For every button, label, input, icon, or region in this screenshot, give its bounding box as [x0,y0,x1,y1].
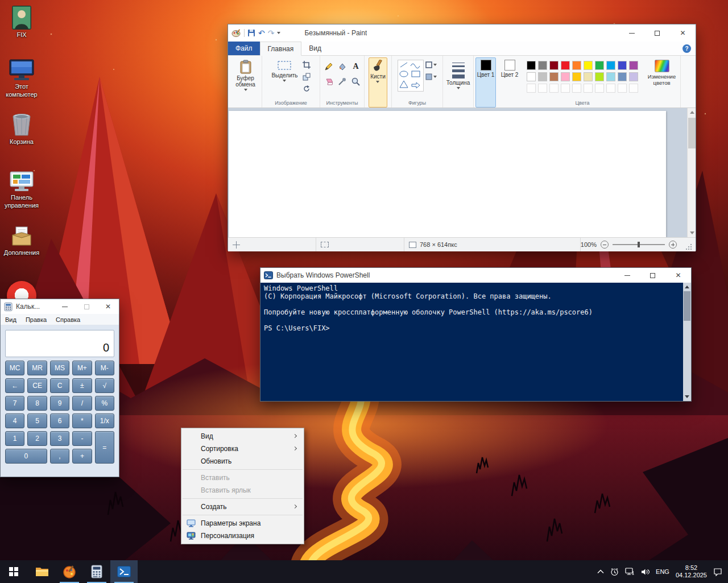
tab-home[interactable]: Главная [260,42,302,56]
close-button[interactable]: ✕ [97,299,119,314]
paste-button[interactable]: Буфер обмена [230,57,260,107]
crop-button[interactable] [301,60,312,70]
shapes-gallery[interactable] [398,60,424,92]
palette-swatch[interactable] [629,84,638,93]
palette-swatch[interactable] [584,72,593,81]
scroll-up-button[interactable] [688,108,696,117]
magnifier-tool[interactable] [350,75,362,88]
desktop-icon-fix[interactable]: FIX [0,6,43,39]
desktop-icon-control-panel[interactable]: Панель управления [0,171,43,210]
calc-btn-backspace[interactable]: ← [5,378,24,393]
scroll-up-button[interactable] [683,283,691,291]
alarm-clock-icon[interactable] [610,568,619,576]
language-indicator[interactable]: ENG [656,568,669,575]
minimize-button[interactable] [619,24,644,42]
palette-swatch[interactable] [572,84,581,93]
color2-button[interactable]: Цвет 2 [499,57,520,107]
fill-tool[interactable] [336,60,349,73]
edit-colors-button[interactable]: Изменение цветов [644,57,679,107]
scroll-down-button[interactable] [683,392,691,401]
minimize-button[interactable] [54,299,76,314]
calc-btn-3[interactable]: 3 [50,431,69,446]
tab-view[interactable]: Вид [301,42,329,55]
calc-btn-divide[interactable]: / [72,396,92,411]
desktop-icon-this-pc[interactable]: Этот компьютер [0,59,43,99]
context-menu-display-settings[interactable]: Параметры экрана [181,517,304,530]
palette-swatch[interactable] [618,84,627,93]
calc-btn-decimal[interactable]: , [50,449,69,464]
calculator-titlebar[interactable]: Кальк... ✕ [1,299,119,314]
calc-btn-c[interactable]: C [50,378,69,393]
calc-btn-negate[interactable]: ± [72,378,92,393]
context-menu-personalize[interactable]: Персонализация [181,530,304,542]
powershell-scrollbar[interactable] [683,283,691,401]
palette-swatch[interactable] [595,84,604,93]
palette-swatch[interactable] [595,61,604,70]
menu-edit[interactable]: Правка [21,316,51,323]
close-button[interactable]: ✕ [665,268,691,283]
calc-btn-4[interactable]: 4 [5,414,24,428]
palette-swatch[interactable] [606,72,615,81]
color-picker-tool[interactable] [336,75,349,88]
action-center-icon[interactable] [713,568,722,576]
paint-titlebar[interactable]: ↶ ↷ Безымянный - Paint ✕ [228,24,696,42]
taskbar-file-explorer[interactable] [28,560,56,583]
desktop-icon-addons[interactable]: Дополнения [0,225,43,257]
menu-help[interactable]: Справка [51,316,85,323]
palette-swatch[interactable] [629,72,638,81]
calc-btn-ms[interactable]: MS [50,361,69,375]
palette-swatch[interactable] [584,84,593,93]
redo-icon[interactable]: ↷ [268,29,275,37]
calc-btn-7[interactable]: 7 [5,396,24,411]
maximize-button[interactable] [644,24,670,42]
calc-btn-mr[interactable]: MR [27,361,47,375]
taskbar-clock[interactable]: 8:52 04.12.2025 [676,564,707,579]
palette-swatch[interactable] [561,72,570,81]
maximize-button[interactable] [76,299,97,314]
palette-swatch[interactable] [549,72,559,81]
select-button[interactable]: Выделить [270,57,299,99]
palette-swatch[interactable] [527,84,536,93]
resize-grip[interactable] [684,242,693,251]
palette-swatch[interactable] [606,84,615,93]
zoom-in-button[interactable] [669,241,677,249]
maximize-button[interactable] [640,268,665,283]
palette-swatch[interactable] [527,72,536,81]
qat-customize-caret[interactable] [277,32,280,34]
zoom-slider-thumb[interactable] [638,242,640,247]
calc-btn-2[interactable]: 2 [27,431,47,446]
palette-swatch[interactable] [606,61,615,70]
context-menu-new[interactable]: Создать [181,501,304,513]
desktop-icon-recycle-bin[interactable]: Корзина [0,113,43,146]
calc-btn-0[interactable]: 0 [5,449,47,464]
calc-btn-mminus[interactable]: M- [95,361,114,375]
calc-btn-sqrt[interactable]: √ [95,378,114,393]
shape-outline-button[interactable] [425,60,437,70]
context-menu-paste-shortcut[interactable]: Вставить ярлык [181,484,304,497]
taskbar-paint[interactable] [56,560,83,583]
palette-swatch[interactable] [629,61,638,70]
volume-icon[interactable] [641,568,650,576]
palette-swatch[interactable] [572,72,581,81]
calc-btn-9[interactable]: 9 [50,396,69,411]
powershell-console[interactable]: Windows PowerShell (C) Корпорация Майкро… [260,283,691,401]
palette-swatch[interactable] [561,84,570,93]
calc-btn-6[interactable]: 6 [50,414,69,428]
palette-swatch[interactable] [538,61,547,70]
context-menu-view[interactable]: Вид [181,430,304,443]
scroll-down-button[interactable] [688,229,696,237]
context-menu-paste[interactable]: Вставить [181,472,304,484]
hidden-icons-chevron[interactable] [597,569,604,574]
palette-swatch[interactable] [549,61,559,70]
zoom-out-button[interactable] [601,241,609,249]
calc-btn-equals[interactable]: = [95,431,114,464]
scrollbar-thumb[interactable] [688,118,696,148]
menu-view[interactable]: Вид [1,316,21,323]
minimize-button[interactable] [614,268,640,283]
taskbar-calculator[interactable] [83,560,110,583]
brushes-button[interactable]: Кисти [369,57,387,107]
calc-btn-reciprocal[interactable]: 1/x [95,414,114,428]
close-button[interactable]: ✕ [670,24,696,42]
calc-btn-8[interactable]: 8 [27,396,47,411]
thickness-button[interactable]: Толщина [445,57,471,107]
